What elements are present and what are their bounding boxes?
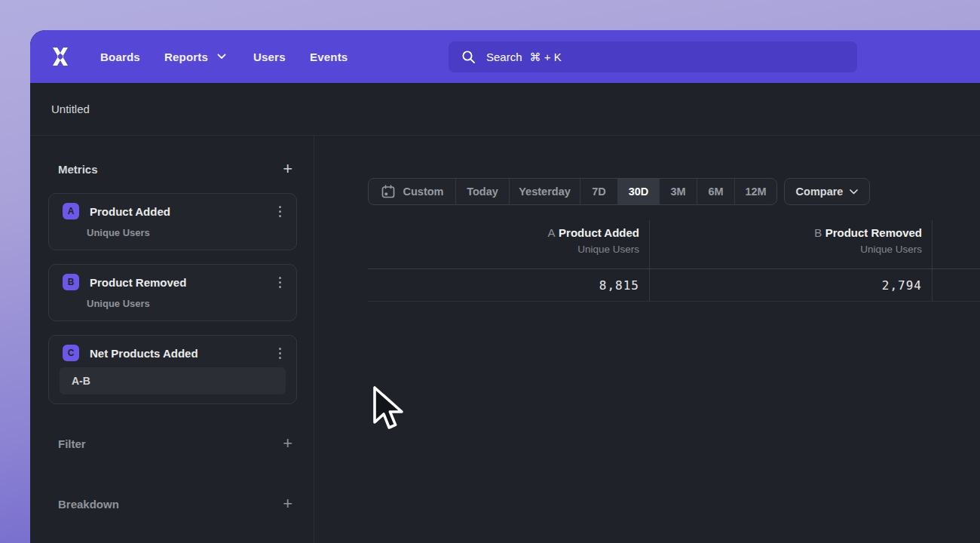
page: { "nav": { "logo_name": "mixpanel-logo",…	[0, 0, 980, 543]
filter-section-header: Filter +	[58, 434, 292, 452]
search-icon	[461, 50, 476, 64]
column-name: Product Removed	[825, 226, 922, 239]
date-range-label: 7D	[592, 186, 606, 198]
date-range-selector: Custom Today Yesterday 7D 30D 3M 6M 12M	[368, 178, 777, 205]
search-input[interactable]: Search ⌘ + K	[449, 41, 857, 72]
kebab-menu-icon[interactable]	[274, 274, 286, 291]
nav-label: Boards	[100, 51, 140, 63]
report-title[interactable]: Untitled	[51, 103, 90, 115]
filter-label: Filter	[58, 437, 86, 450]
metric-card-a[interactable]: A Product Added Unique Users	[48, 193, 297, 250]
metric-letter-badge: B	[63, 274, 79, 290]
query-sidebar: Metrics + A Product Added Unique Users B…	[30, 136, 314, 543]
date-range-yesterday[interactable]: Yesterday	[510, 179, 580, 204]
metric-measurement[interactable]: Unique Users	[87, 227, 150, 238]
nav-label: Events	[310, 51, 348, 63]
compare-label: Compare	[796, 186, 844, 198]
metric-letter-badge: A	[63, 203, 79, 219]
date-range-label: 6M	[708, 186, 723, 198]
nav-item-boards[interactable]: Boards	[100, 30, 140, 83]
top-navbar: Boards Reports Users Events Search ⌘ + K	[30, 30, 980, 83]
calendar-icon	[381, 184, 396, 199]
date-range-label: 30D	[629, 186, 649, 198]
date-range-label: Yesterday	[519, 186, 571, 198]
search-placeholder: Search	[486, 51, 522, 63]
column-name: Product Added	[559, 226, 639, 239]
kebab-menu-icon[interactable]	[274, 345, 286, 362]
add-filter-button[interactable]: +	[283, 435, 292, 452]
date-range-label: 3M	[670, 186, 685, 198]
date-range-label: Today	[467, 186, 498, 198]
results-table: A Product Added Unique Users B Product R…	[368, 220, 980, 302]
table-header-row: A Product Added Unique Users B Product R…	[368, 220, 980, 269]
date-range-custom[interactable]: Custom	[369, 179, 456, 204]
column-subtitle: Unique Users	[650, 244, 922, 255]
nav-label: Reports	[164, 51, 208, 63]
column-header-a[interactable]: A Product Added Unique Users	[368, 220, 650, 268]
column-header-empty	[933, 220, 980, 268]
search-shortcut: ⌘ + K	[530, 51, 562, 64]
nav-item-reports[interactable]: Reports	[164, 30, 226, 83]
date-range-7d[interactable]: 7D	[580, 179, 618, 204]
metrics-section-header: Metrics +	[58, 160, 292, 178]
date-range-today[interactable]: Today	[456, 179, 510, 204]
metric-card-c[interactable]: C Net Products Added A-B	[48, 335, 297, 404]
chevron-down-icon	[850, 189, 858, 195]
date-range-label: 12M	[745, 186, 766, 198]
metric-name: Product Removed	[90, 276, 274, 289]
nav-label: Users	[253, 51, 286, 63]
date-range-label: Custom	[403, 186, 444, 198]
value-cell-b[interactable]: 2,794	[650, 269, 933, 301]
kebab-menu-icon[interactable]	[274, 203, 286, 220]
value-cell-empty	[933, 269, 980, 301]
metrics-label: Metrics	[58, 163, 98, 176]
date-range-6m[interactable]: 6M	[697, 179, 735, 204]
metric-card-row: C Net Products Added	[63, 344, 286, 362]
column-header-b[interactable]: B Product Removed Unique Users	[650, 220, 933, 268]
column-letter: B	[814, 226, 822, 239]
add-metric-button[interactable]: +	[283, 161, 292, 177]
metric-letter-badge: C	[63, 345, 79, 361]
date-range-12m[interactable]: 12M	[735, 179, 776, 204]
metric-card-b[interactable]: B Product Removed Unique Users	[48, 264, 297, 321]
app-window: Boards Reports Users Events Search ⌘ + K…	[30, 30, 980, 543]
column-letter: A	[548, 226, 556, 239]
nav-item-users[interactable]: Users	[253, 30, 286, 83]
metric-card-row: B Product Removed	[63, 273, 286, 291]
breakdown-section-header: Breakdown +	[58, 495, 292, 513]
date-range-3m[interactable]: 3M	[660, 179, 697, 204]
formula-input[interactable]: A-B	[60, 367, 286, 394]
date-range-30d-selected[interactable]: 30D	[618, 179, 660, 204]
report-header: Untitled	[30, 83, 980, 136]
nav-item-events[interactable]: Events	[310, 30, 348, 83]
metric-card-row: A Product Added	[63, 202, 286, 220]
metric-measurement[interactable]: Unique Users	[87, 298, 150, 309]
column-subtitle: Unique Users	[368, 244, 639, 255]
breakdown-label: Breakdown	[58, 498, 119, 511]
metric-name: Net Products Added	[90, 347, 274, 360]
table-value-row: 8,815 2,794	[368, 269, 980, 302]
compare-button[interactable]: Compare	[784, 178, 870, 205]
metric-name: Product Added	[90, 205, 274, 218]
formula-value: A-B	[72, 375, 90, 387]
add-breakdown-button[interactable]: +	[283, 495, 292, 512]
value-cell-a[interactable]: 8,815	[368, 269, 650, 301]
mixpanel-logo-icon[interactable]	[48, 44, 72, 69]
chevron-down-icon	[217, 54, 226, 60]
